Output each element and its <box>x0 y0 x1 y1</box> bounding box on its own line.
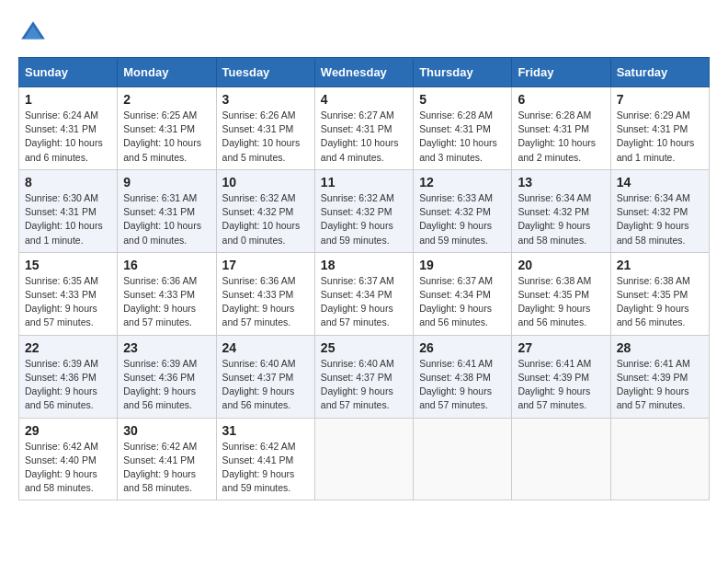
calendar-cell: 25 Sunrise: 6:40 AMSunset: 4:37 PMDaylig… <box>314 335 413 418</box>
day-number: 22 <box>25 340 111 355</box>
day-info: Sunrise: 6:40 AMSunset: 4:37 PMDaylight:… <box>321 357 407 413</box>
calendar-cell: 5 Sunrise: 6:28 AMSunset: 4:31 PMDayligh… <box>414 87 512 170</box>
day-info: Sunrise: 6:28 AMSunset: 4:31 PMDaylight:… <box>419 109 506 165</box>
logo-icon <box>18 18 48 48</box>
day-info: Sunrise: 6:32 AMSunset: 4:32 PMDaylight:… <box>222 191 309 247</box>
day-number: 29 <box>25 423 111 438</box>
day-number: 14 <box>617 175 703 190</box>
calendar-cell: 27 Sunrise: 6:41 AMSunset: 4:39 PMDaylig… <box>512 335 610 418</box>
calendar-cell: 12 Sunrise: 6:33 AMSunset: 4:32 PMDaylig… <box>414 169 512 252</box>
day-info: Sunrise: 6:41 AMSunset: 4:39 PMDaylight:… <box>617 357 703 413</box>
day-info: Sunrise: 6:37 AMSunset: 4:34 PMDaylight:… <box>419 274 506 330</box>
column-header-tuesday: Tuesday <box>216 58 314 87</box>
column-header-sunday: Sunday <box>19 58 118 87</box>
calendar-cell: 16 Sunrise: 6:36 AMSunset: 4:33 PMDaylig… <box>118 252 216 335</box>
day-info: Sunrise: 6:29 AMSunset: 4:31 PMDaylight:… <box>617 109 703 165</box>
calendar-cell: 11 Sunrise: 6:32 AMSunset: 4:32 PMDaylig… <box>314 169 413 252</box>
calendar-week-row: 8 Sunrise: 6:30 AMSunset: 4:31 PMDayligh… <box>19 169 710 252</box>
day-info: Sunrise: 6:34 AMSunset: 4:32 PMDaylight:… <box>617 191 703 247</box>
calendar-cell: 1 Sunrise: 6:24 AMSunset: 4:31 PMDayligh… <box>19 87 118 170</box>
day-number: 16 <box>123 258 210 272</box>
calendar-cell: 8 Sunrise: 6:30 AMSunset: 4:31 PMDayligh… <box>19 169 118 252</box>
calendar-week-row: 22 Sunrise: 6:39 AMSunset: 4:36 PMDaylig… <box>19 335 710 418</box>
day-info: Sunrise: 6:28 AMSunset: 4:31 PMDaylight:… <box>518 109 604 165</box>
day-number: 5 <box>419 92 506 107</box>
day-number: 11 <box>321 175 407 190</box>
column-header-saturday: Saturday <box>610 58 709 87</box>
day-info: Sunrise: 6:41 AMSunset: 4:39 PMDaylight:… <box>518 357 604 413</box>
page-header <box>18 18 710 48</box>
calendar-cell: 23 Sunrise: 6:39 AMSunset: 4:36 PMDaylig… <box>118 335 216 418</box>
day-info: Sunrise: 6:34 AMSunset: 4:32 PMDaylight:… <box>518 191 604 247</box>
calendar-cell <box>314 418 413 500</box>
day-number: 3 <box>222 92 309 107</box>
calendar-cell: 14 Sunrise: 6:34 AMSunset: 4:32 PMDaylig… <box>610 169 709 252</box>
day-info: Sunrise: 6:36 AMSunset: 4:33 PMDaylight:… <box>123 274 210 330</box>
calendar-week-row: 15 Sunrise: 6:35 AMSunset: 4:33 PMDaylig… <box>19 252 710 335</box>
day-info: Sunrise: 6:41 AMSunset: 4:38 PMDaylight:… <box>419 357 506 413</box>
day-info: Sunrise: 6:42 AMSunset: 4:41 PMDaylight:… <box>123 440 210 496</box>
column-header-thursday: Thursday <box>414 58 512 87</box>
calendar-cell: 24 Sunrise: 6:40 AMSunset: 4:37 PMDaylig… <box>216 335 314 418</box>
day-info: Sunrise: 6:39 AMSunset: 4:36 PMDaylight:… <box>25 357 111 413</box>
calendar-cell: 18 Sunrise: 6:37 AMSunset: 4:34 PMDaylig… <box>314 252 413 335</box>
day-number: 23 <box>123 340 210 355</box>
day-info: Sunrise: 6:42 AMSunset: 4:40 PMDaylight:… <box>25 440 111 496</box>
calendar-cell: 26 Sunrise: 6:41 AMSunset: 4:38 PMDaylig… <box>414 335 512 418</box>
day-number: 15 <box>25 258 111 272</box>
day-info: Sunrise: 6:39 AMSunset: 4:36 PMDaylight:… <box>123 357 210 413</box>
day-info: Sunrise: 6:31 AMSunset: 4:31 PMDaylight:… <box>123 191 210 247</box>
column-header-wednesday: Wednesday <box>314 58 413 87</box>
day-number: 13 <box>518 175 604 190</box>
day-number: 12 <box>419 175 506 190</box>
day-number: 18 <box>321 258 407 272</box>
day-info: Sunrise: 6:26 AMSunset: 4:31 PMDaylight:… <box>222 109 309 165</box>
calendar-cell: 13 Sunrise: 6:34 AMSunset: 4:32 PMDaylig… <box>512 169 610 252</box>
day-info: Sunrise: 6:30 AMSunset: 4:31 PMDaylight:… <box>25 191 111 247</box>
calendar-cell: 4 Sunrise: 6:27 AMSunset: 4:31 PMDayligh… <box>314 87 413 170</box>
day-number: 2 <box>123 92 210 107</box>
day-number: 7 <box>617 92 703 107</box>
day-number: 6 <box>518 92 604 107</box>
day-info: Sunrise: 6:27 AMSunset: 4:31 PMDaylight:… <box>321 109 407 165</box>
day-number: 21 <box>617 258 703 272</box>
calendar-cell: 21 Sunrise: 6:38 AMSunset: 4:35 PMDaylig… <box>610 252 709 335</box>
day-info: Sunrise: 6:37 AMSunset: 4:34 PMDaylight:… <box>321 274 407 330</box>
day-info: Sunrise: 6:36 AMSunset: 4:33 PMDaylight:… <box>222 274 309 330</box>
day-number: 20 <box>518 258 604 272</box>
calendar-cell: 2 Sunrise: 6:25 AMSunset: 4:31 PMDayligh… <box>118 87 216 170</box>
day-number: 9 <box>123 175 210 190</box>
calendar-cell: 19 Sunrise: 6:37 AMSunset: 4:34 PMDaylig… <box>414 252 512 335</box>
calendar-cell <box>414 418 512 500</box>
calendar-cell: 30 Sunrise: 6:42 AMSunset: 4:41 PMDaylig… <box>118 418 216 500</box>
calendar-cell <box>512 418 610 500</box>
day-number: 8 <box>25 175 111 190</box>
calendar-cell: 28 Sunrise: 6:41 AMSunset: 4:39 PMDaylig… <box>610 335 709 418</box>
calendar-cell: 6 Sunrise: 6:28 AMSunset: 4:31 PMDayligh… <box>512 87 610 170</box>
calendar-cell: 29 Sunrise: 6:42 AMSunset: 4:40 PMDaylig… <box>19 418 118 500</box>
calendar-cell: 9 Sunrise: 6:31 AMSunset: 4:31 PMDayligh… <box>118 169 216 252</box>
calendar-header-row: SundayMondayTuesdayWednesdayThursdayFrid… <box>19 58 710 87</box>
day-info: Sunrise: 6:38 AMSunset: 4:35 PMDaylight:… <box>518 274 604 330</box>
calendar-cell <box>610 418 709 500</box>
day-number: 24 <box>222 340 309 355</box>
day-number: 27 <box>518 340 604 355</box>
column-header-friday: Friday <box>512 58 610 87</box>
day-number: 10 <box>222 175 309 190</box>
day-number: 1 <box>25 92 111 107</box>
day-info: Sunrise: 6:33 AMSunset: 4:32 PMDaylight:… <box>419 191 506 247</box>
calendar-cell: 17 Sunrise: 6:36 AMSunset: 4:33 PMDaylig… <box>216 252 314 335</box>
calendar-cell: 31 Sunrise: 6:42 AMSunset: 4:41 PMDaylig… <box>216 418 314 500</box>
day-info: Sunrise: 6:32 AMSunset: 4:32 PMDaylight:… <box>321 191 407 247</box>
calendar-cell: 20 Sunrise: 6:38 AMSunset: 4:35 PMDaylig… <box>512 252 610 335</box>
day-number: 26 <box>419 340 506 355</box>
day-info: Sunrise: 6:25 AMSunset: 4:31 PMDaylight:… <box>123 109 210 165</box>
calendar-cell: 7 Sunrise: 6:29 AMSunset: 4:31 PMDayligh… <box>610 87 709 170</box>
calendar-cell: 15 Sunrise: 6:35 AMSunset: 4:33 PMDaylig… <box>19 252 118 335</box>
day-number: 4 <box>321 92 407 107</box>
day-number: 28 <box>617 340 703 355</box>
day-info: Sunrise: 6:40 AMSunset: 4:37 PMDaylight:… <box>222 357 309 413</box>
day-number: 25 <box>321 340 407 355</box>
day-info: Sunrise: 6:42 AMSunset: 4:41 PMDaylight:… <box>222 440 309 496</box>
day-number: 30 <box>123 423 210 438</box>
